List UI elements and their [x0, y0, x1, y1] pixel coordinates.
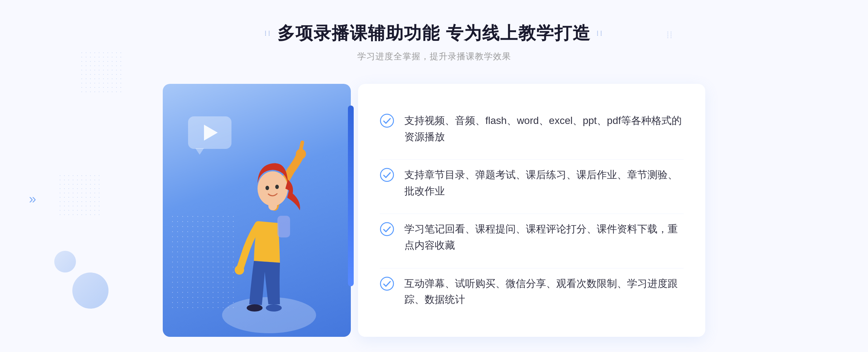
svg-point-14 [380, 277, 393, 290]
feature-text-2: 支持章节目录、弹题考试、课后练习、课后作业、章节测验、批改作业 [404, 167, 684, 199]
check-icon-2 [380, 168, 394, 182]
main-title: 多项录播课辅助功能 专为线上教学打造 [277, 22, 590, 45]
deco-circle-small [54, 251, 76, 272]
svg-point-9 [275, 185, 279, 189]
svg-point-5 [266, 304, 282, 312]
header-dots-right: ⁞⁞ [596, 29, 604, 38]
sub-title: 学习进度全掌握，提升录播课教学效果 [264, 51, 603, 62]
chevron-right-icon: ⁞⁞ [666, 29, 673, 41]
illustration-card [163, 84, 351, 337]
features-panel: 支持视频、音频、flash、word、excel、ppt、pdf等各种格式的资源… [358, 84, 705, 337]
svg-point-7 [258, 171, 288, 206]
svg-point-13 [380, 223, 393, 236]
svg-point-4 [247, 304, 263, 312]
header-section: ⁞⁞ 多项录播课辅助功能 专为线上教学打造 ⁞⁞ 学习进度全掌握，提升录播课教学… [264, 22, 603, 62]
feature-item-1: 支持视频、音频、flash、word、excel、ppt、pdf等各种格式的资源… [380, 106, 684, 153]
feature-text-3: 学习笔记回看、课程提问、课程评论打分、课件资料下载，重点内容收藏 [404, 221, 684, 254]
vertical-accent-bar [348, 106, 354, 286]
svg-line-2 [301, 142, 302, 149]
svg-point-11 [380, 114, 393, 127]
svg-rect-10 [277, 216, 290, 237]
content-area: 支持视频、音频、flash、word、excel、ppt、pdf等各种格式的资源… [163, 84, 705, 337]
feature-text-4: 互动弹幕、试听购买、微信分享、观看次数限制、学习进度跟踪、数据统计 [404, 276, 684, 308]
check-icon-1 [380, 113, 394, 128]
svg-point-8 [265, 186, 269, 190]
page-container: » ⁞⁞ ⁞⁞ 多项录播课辅助功能 专为线上教学打造 ⁞⁞ 学习进度全掌握，提升… [0, 0, 868, 352]
feature-item-3: 学习笔记回看、课程提问、课程评论打分、课件资料下载，重点内容收藏 [380, 214, 684, 261]
feature-item-4: 互动弹幕、试听购买、微信分享、观看次数限制、学习进度跟踪、数据统计 [380, 268, 684, 315]
svg-point-12 [380, 168, 393, 181]
check-icon-3 [380, 222, 394, 236]
chevron-left-icon: » [29, 192, 36, 207]
feature-item-2: 支持章节目录、弹题考试、课后练习、课后作业、章节测验、批改作业 [380, 159, 684, 207]
check-icon-4 [380, 276, 394, 291]
dot-grid-decoration-top [80, 51, 123, 94]
person-illustration [208, 127, 331, 337]
feature-text-1: 支持视频、音频、flash、word、excel、ppt、pdf等各种格式的资源… [404, 113, 684, 145]
header-title-row: ⁞⁞ 多项录播课辅助功能 专为线上教学打造 ⁞⁞ [264, 22, 603, 45]
deco-circle-large [72, 272, 109, 309]
dot-grid-decoration-mid [58, 173, 101, 217]
svg-point-3 [235, 265, 244, 275]
header-dots-left: ⁞⁞ [264, 29, 272, 38]
